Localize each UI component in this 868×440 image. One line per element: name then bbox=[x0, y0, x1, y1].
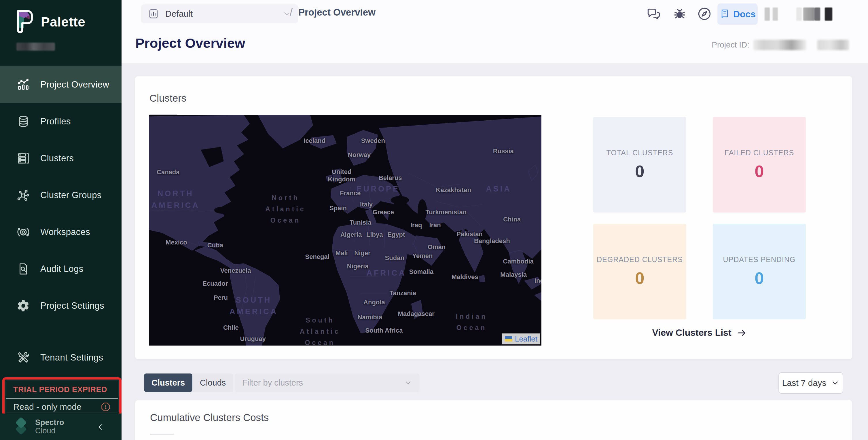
sidebar-item-label: Tenant Settings bbox=[40, 352, 103, 363]
brand-line1: Spectro bbox=[35, 418, 64, 427]
tab-clusters[interactable]: Clusters bbox=[144, 374, 192, 392]
costs-card-title: Cumulative Clusters Costs bbox=[150, 412, 269, 423]
trial-expired-annotation: TRIAL PERIOD EXPIRED Read - only mode bbox=[2, 377, 122, 416]
sidebar: Palette Project Overview Profiles bbox=[0, 0, 122, 440]
trial-expired-title: TRIAL PERIOD EXPIRED bbox=[6, 381, 118, 398]
database-icon bbox=[17, 115, 30, 128]
cluster-stats: TOTAL CLUSTERS 0 FAILED CLUSTERS 0 DEGRA… bbox=[593, 117, 806, 319]
sidebar-item-tenant-settings[interactable]: Tenant Settings bbox=[0, 339, 122, 376]
collapse-sidebar-icon[interactable] bbox=[96, 422, 105, 432]
header: Default / Project Overview Docs Project bbox=[122, 0, 868, 63]
page-title: Project Overview bbox=[135, 35, 245, 51]
bug-icon[interactable] bbox=[672, 6, 687, 21]
stat-degraded-clusters: DEGRADED CLUSTERS 0 bbox=[593, 224, 686, 319]
cumulative-costs-card: Cumulative Clusters Costs bbox=[135, 400, 852, 440]
leaflet-attribution[interactable]: Leaflet bbox=[502, 334, 540, 344]
sidebar-item-label: Profiles bbox=[40, 116, 71, 127]
clusters-card: Clusters bbox=[135, 76, 852, 359]
audit-icon bbox=[17, 262, 30, 276]
orbit-icon bbox=[17, 225, 30, 239]
app-name: Palette bbox=[41, 14, 85, 30]
app-logo[interactable]: Palette bbox=[15, 9, 85, 35]
title-underline bbox=[150, 434, 174, 435]
spectro-cloud-logo-icon bbox=[11, 416, 32, 437]
stat-total-clusters: TOTAL CLUSTERS 0 bbox=[593, 117, 686, 213]
docs-button[interactable]: Docs bbox=[717, 3, 758, 25]
sidebar-item-profiles[interactable]: Profiles bbox=[0, 103, 122, 140]
analytics-icon bbox=[17, 78, 30, 91]
stat-updates-pending: UPDATES PENDING 0 bbox=[713, 224, 806, 319]
brand-line2: Cloud bbox=[35, 427, 64, 435]
palette-logo-icon bbox=[15, 9, 34, 35]
compass-icon[interactable] bbox=[697, 6, 712, 21]
sidebar-item-label: Clusters bbox=[40, 153, 74, 163]
main-content: Clusters bbox=[122, 63, 868, 440]
filter-by-clusters-dropdown[interactable]: Filter by clusters bbox=[235, 374, 420, 392]
filter-placeholder: Filter by clusters bbox=[242, 378, 303, 387]
chevron-down-icon bbox=[404, 379, 412, 387]
project-selector-value: Default bbox=[165, 9, 193, 19]
sidebar-item-label: Workspaces bbox=[40, 227, 90, 237]
view-clusters-list-link[interactable]: View Clusters List bbox=[593, 327, 806, 338]
world-map-land bbox=[149, 115, 541, 346]
sidebar-item-label: Project Settings bbox=[40, 301, 104, 311]
tab-clouds[interactable]: Clouds bbox=[192, 374, 233, 392]
sidebar-item-label: Audit Logs bbox=[40, 264, 84, 274]
view-tabs: Clusters Clouds bbox=[144, 374, 233, 392]
breadcrumb[interactable]: Project Overview bbox=[298, 7, 376, 18]
book-icon bbox=[719, 9, 730, 19]
clusters-card-title: Clusters bbox=[150, 92, 186, 104]
redacted-tenant-name bbox=[17, 42, 55, 51]
time-range-dropdown[interactable]: Last 7 days bbox=[778, 372, 843, 394]
stat-failed-clusters: FAILED CLUSTERS 0 bbox=[713, 117, 806, 213]
servers-icon bbox=[17, 152, 30, 165]
nodes-icon bbox=[17, 189, 30, 202]
sidebar-item-project-overview[interactable]: Project Overview bbox=[0, 66, 122, 103]
trial-expired-box: TRIAL PERIOD EXPIRED Read - only mode bbox=[5, 380, 119, 413]
sidebar-nav: Project Overview Profiles Clusters bbox=[0, 66, 122, 376]
leaflet-label: Leaflet bbox=[515, 335, 537, 344]
tools-icon bbox=[17, 351, 30, 364]
sidebar-item-cluster-groups[interactable]: Cluster Groups bbox=[0, 177, 122, 214]
redacted-user-chips bbox=[765, 7, 832, 21]
time-range-value: Last 7 days bbox=[782, 378, 826, 388]
redacted-project-id bbox=[753, 40, 806, 50]
chart-icon bbox=[148, 8, 159, 19]
alert-octagon-icon bbox=[101, 402, 111, 412]
sidebar-item-workspaces[interactable]: Workspaces bbox=[0, 214, 122, 251]
sidebar-item-audit-logs[interactable]: Audit Logs bbox=[0, 251, 122, 287]
sidebar-item-clusters[interactable]: Clusters bbox=[0, 140, 122, 177]
world-map[interactable]: IcelandSwedenNorwayRussiaCanadaUnited Ki… bbox=[149, 115, 541, 346]
project-id-label: Project ID: bbox=[712, 40, 749, 50]
ukraine-flag-icon bbox=[505, 336, 512, 342]
sidebar-footer: Spectro Cloud bbox=[0, 413, 122, 440]
read-only-mode-label: Read - only mode bbox=[13, 402, 82, 412]
arrow-right-icon bbox=[737, 328, 747, 338]
chevron-down-icon bbox=[831, 379, 839, 387]
sidebar-item-project-settings[interactable]: Project Settings bbox=[0, 287, 122, 324]
sidebar-item-label: Cluster Groups bbox=[40, 190, 102, 200]
gear-icon bbox=[17, 299, 30, 312]
docs-label: Docs bbox=[733, 9, 756, 20]
sidebar-item-label: Project Overview bbox=[40, 80, 109, 90]
project-selector-dropdown[interactable]: Default bbox=[141, 4, 298, 23]
redacted-project-id-2 bbox=[817, 40, 849, 50]
breadcrumb-separator: / bbox=[290, 6, 292, 19]
chat-icon[interactable] bbox=[646, 6, 661, 21]
